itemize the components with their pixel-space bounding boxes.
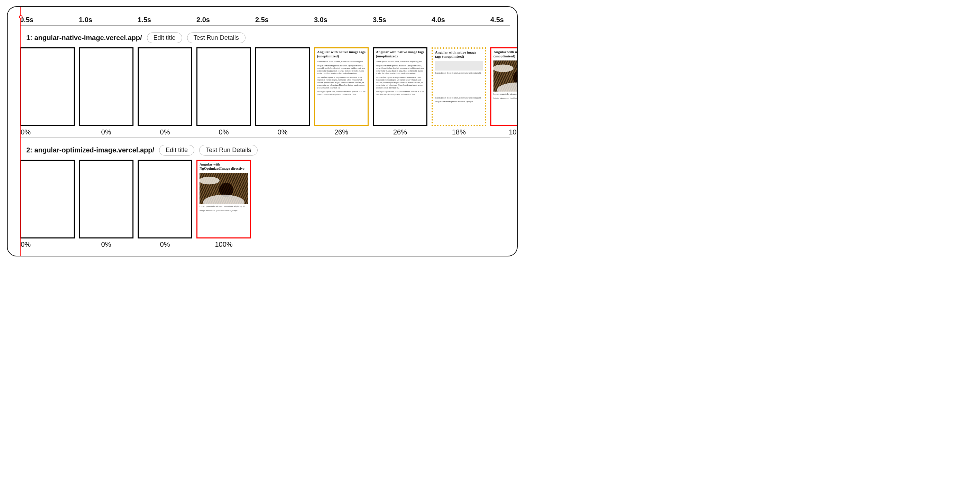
edit-title-button[interactable]: Edit title bbox=[147, 32, 182, 43]
frame[interactable]: Angular with native image tags (unoptimi… bbox=[431, 48, 486, 136]
frame[interactable]: 0% bbox=[196, 48, 251, 136]
visual-completeness-pct: 100% bbox=[215, 241, 232, 249]
hero-image bbox=[493, 60, 518, 92]
visual-completeness-pct: 0% bbox=[160, 241, 170, 249]
frame-thumb[interactable]: Angular with native image tags (unoptimi… bbox=[431, 48, 486, 126]
frame[interactable]: 0% bbox=[138, 48, 192, 136]
thumb-title: Angular with native image tags (unoptimi… bbox=[493, 50, 518, 59]
visual-completeness-pct: 26% bbox=[334, 128, 348, 136]
frame[interactable]: 0% bbox=[20, 48, 75, 136]
frame-thumb[interactable] bbox=[20, 160, 75, 238]
visual-completeness-pct: 0% bbox=[101, 241, 111, 249]
frame-thumb[interactable]: Angular with native image tags (unoptimi… bbox=[314, 48, 369, 126]
time-tick: 4.0s bbox=[431, 16, 490, 24]
frame[interactable]: 0% bbox=[20, 160, 75, 249]
time-tick: 0.5s bbox=[20, 16, 79, 24]
visual-completeness-pct: 0% bbox=[21, 241, 31, 249]
visual-completeness-pct: 26% bbox=[393, 128, 407, 136]
frame-thumb[interactable]: Angular with native image tags (unoptimi… bbox=[373, 48, 427, 126]
test-run-details-button[interactable]: Test Run Details bbox=[187, 32, 245, 43]
row-header: 1: angular-native-image.vercel.app/Edit … bbox=[26, 32, 510, 43]
time-tick: 2.5s bbox=[255, 16, 314, 24]
row-divider bbox=[20, 250, 510, 250]
row-title: 1: angular-native-image.vercel.app/ bbox=[26, 34, 142, 42]
filmstrip-row: 0%0%0%0%0% Angular with native image tag… bbox=[20, 46, 510, 136]
edit-title-button[interactable]: Edit title bbox=[159, 145, 194, 155]
visual-completeness-pct: 0% bbox=[160, 128, 170, 136]
visual-completeness-pct: 18% bbox=[452, 128, 466, 136]
frame-thumb[interactable] bbox=[138, 160, 192, 238]
visual-completeness-pct: 0% bbox=[278, 128, 288, 136]
row-header: 2: angular-optimized-image.vercel.app/Ed… bbox=[26, 145, 510, 155]
time-tick: 3.0s bbox=[314, 16, 373, 24]
visual-completeness-pct: 0% bbox=[21, 128, 31, 136]
time-tick: 1.5s bbox=[138, 16, 196, 24]
frame-thumb[interactable]: Angular with NgOptimizedImage directive … bbox=[196, 160, 251, 238]
frame[interactable]: Angular with NgOptimizedImage directive … bbox=[196, 160, 251, 249]
frame-thumb[interactable] bbox=[79, 48, 134, 126]
hero-image bbox=[199, 173, 248, 204]
row-title: 2: angular-optimized-image.vercel.app/ bbox=[26, 146, 154, 154]
time-tick: 2.0s bbox=[196, 16, 255, 24]
thumb-title: Angular with native image tags (unoptimi… bbox=[317, 50, 366, 59]
thumb-title: Angular with native image tags (unoptimi… bbox=[376, 50, 424, 59]
frame-thumb[interactable] bbox=[255, 48, 310, 126]
frame[interactable]: 0% bbox=[79, 48, 134, 136]
time-tick: 3.5s bbox=[373, 16, 431, 24]
time-tick: 1.0s bbox=[79, 16, 138, 24]
visual-completeness-pct: 0% bbox=[219, 128, 229, 136]
frame-thumb[interactable] bbox=[196, 48, 251, 126]
filmstrip-panel: 0.5s1.0s1.5s2.0s2.5s3.0s3.5s4.0s4.5s 1: … bbox=[7, 6, 518, 257]
frame[interactable]: 0% bbox=[79, 160, 134, 249]
time-ruler: 0.5s1.0s1.5s2.0s2.5s3.0s3.5s4.0s4.5s bbox=[20, 16, 510, 25]
visual-completeness-pct: 0% bbox=[101, 128, 111, 136]
frame-thumb[interactable]: Angular with native image tags (unoptimi… bbox=[490, 48, 518, 126]
filmstrip-row: 0%0%0% Angular with NgOptimizedImage dir… bbox=[20, 158, 510, 249]
row-divider bbox=[20, 138, 510, 138]
frame[interactable]: Angular with native image tags (unoptimi… bbox=[314, 48, 369, 136]
frame-thumb[interactable] bbox=[138, 48, 192, 126]
frame[interactable]: Angular with native image tags (unoptimi… bbox=[373, 48, 427, 136]
visual-completeness-pct: 100% bbox=[509, 128, 518, 136]
time-tick: 4.5s bbox=[490, 16, 518, 24]
frame[interactable]: Angular with native image tags (unoptimi… bbox=[490, 48, 518, 136]
frame[interactable]: 0% bbox=[255, 48, 310, 136]
thumb-title: Angular with NgOptimizedImage directive bbox=[199, 162, 248, 171]
thumb-title: Angular with native image tags (unoptimi… bbox=[435, 51, 483, 59]
test-run-details-button[interactable]: Test Run Details bbox=[199, 145, 258, 155]
frame-thumb[interactable] bbox=[79, 160, 134, 238]
frame[interactable]: 0% bbox=[138, 160, 192, 249]
frame-thumb[interactable] bbox=[20, 48, 75, 126]
